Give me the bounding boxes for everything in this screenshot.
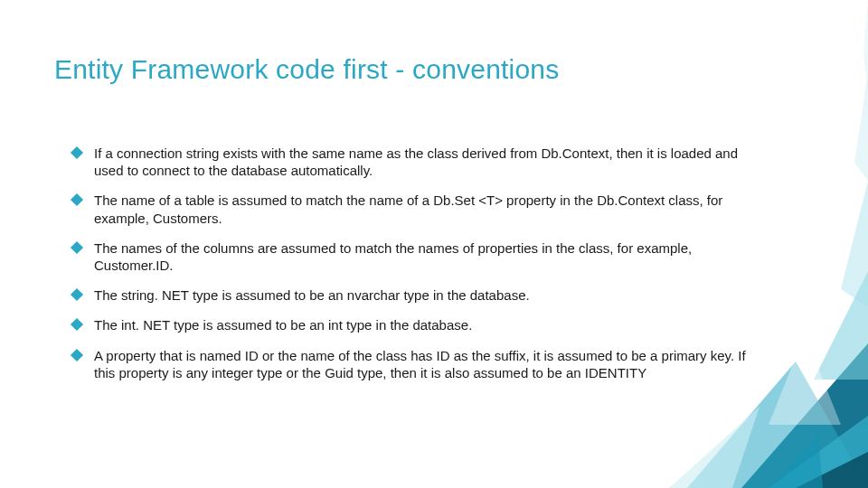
- bullet-text: The name of a table is assumed to match …: [94, 192, 769, 226]
- list-item: The string. NET type is assumed to be an…: [72, 286, 769, 304]
- svg-marker-10: [863, 0, 868, 90]
- slide-container: Entity Framework code first - convention…: [0, 0, 868, 488]
- bullet-icon: [71, 318, 83, 331]
- svg-marker-5: [854, 72, 868, 181]
- bullet-list: If a connection string exists with the s…: [72, 145, 769, 394]
- list-item: If a connection string exists with the s…: [72, 145, 769, 179]
- bullet-text: The int. NET type is assumed to be an in…: [94, 316, 769, 333]
- svg-marker-9: [769, 434, 823, 488]
- bullet-icon: [71, 288, 83, 301]
- slide-title: Entity Framework code first - convention…: [54, 54, 559, 85]
- list-item: The int. NET type is assumed to be an in…: [72, 316, 769, 333]
- svg-marker-2: [769, 416, 868, 488]
- bullet-text: A property that is named ID or the name …: [94, 347, 769, 381]
- bullet-icon: [71, 348, 83, 361]
- bullet-icon: [71, 146, 83, 159]
- svg-marker-3: [814, 271, 868, 380]
- bullet-text: If a connection string exists with the s…: [94, 145, 769, 179]
- bullet-text: The string. NET type is assumed to be an…: [94, 286, 769, 304]
- list-item: The names of the columns are assumed to …: [72, 239, 769, 274]
- svg-marker-7: [769, 334, 841, 425]
- list-item: A property that is named ID or the name …: [72, 347, 769, 381]
- bullet-text: The names of the columns are assumed to …: [94, 239, 769, 274]
- bullet-icon: [71, 241, 83, 254]
- svg-marker-8: [796, 452, 868, 488]
- svg-marker-6: [669, 407, 760, 488]
- svg-marker-4: [841, 181, 868, 307]
- bullet-icon: [71, 193, 83, 206]
- list-item: The name of a table is assumed to match …: [72, 192, 769, 226]
